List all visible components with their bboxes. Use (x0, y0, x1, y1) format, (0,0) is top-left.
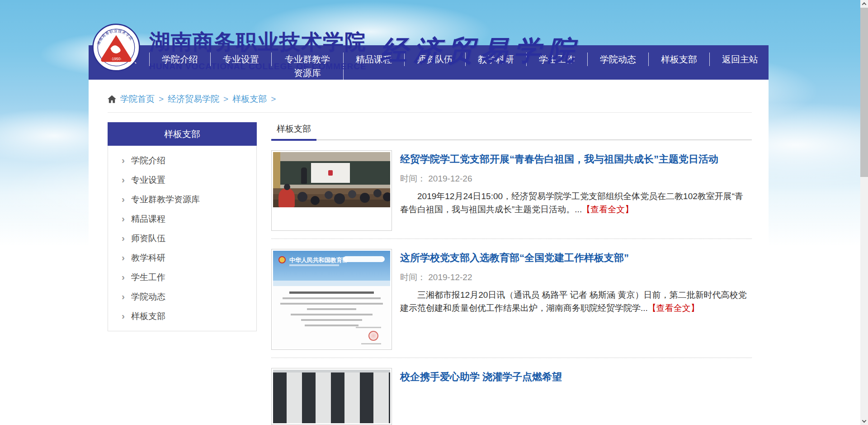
read-more-link[interactable]: 【查看全文】 (582, 205, 633, 214)
article-time: 时间： 2019-12-22 (400, 272, 752, 283)
article-list-panel: 样板支部 (271, 122, 752, 425)
chevron-right-icon: › (122, 272, 125, 282)
national-emblem-icon (278, 256, 286, 263)
sidebar-item-faculty[interactable]: ›师资队伍 (108, 228, 256, 248)
search-box-graphic (343, 256, 385, 262)
nav-item-main-site[interactable]: 返回主站 (710, 53, 770, 66)
chevron-right-icon: › (122, 155, 125, 165)
breadcrumb-model-branch-link[interactable]: 样板支部 (232, 93, 267, 105)
college-name-en: HUNAN VOCATIONAL COLLEGE OF COMMERCE (149, 62, 367, 72)
site-title: 经济贸易学院 (380, 33, 581, 69)
home-icon (108, 95, 116, 103)
chevron-right-icon: › (122, 174, 125, 185)
chevron-down-icon (862, 418, 867, 423)
sidebar-menu: ›学院介绍 ›专业设置 ›专业群教学资源库 ›精品课程 ›师资队伍 ›教学科研 … (108, 146, 257, 331)
photo-detail (291, 314, 373, 315)
photo-detail (278, 188, 295, 207)
nav-item-model-branch[interactable]: 样板支部 (649, 53, 710, 66)
chevron-up-icon (862, 2, 867, 7)
page-body: 学院首页 > 经济贸易学院 > 样板支部 > 样板支部 ›学院介绍 ›专业设置 … (89, 80, 769, 425)
photo-detail (283, 297, 381, 299)
scrollbar[interactable] (860, 0, 868, 425)
chevron-right-icon: › (122, 310, 125, 321)
chevron-right-icon: › (122, 252, 125, 263)
photo-detail (356, 327, 381, 328)
article-row: 经贸学院学工党支部开展“青春告白祖国，我与祖国共成长”主题党日活动 时间： 20… (271, 150, 752, 231)
content-columns: 样板支部 ›学院介绍 ›专业设置 ›专业群教学资源库 ›精品课程 ›师资队伍 ›… (108, 122, 752, 425)
scrollbar-thumb[interactable] (860, 8, 868, 177)
chevron-right-icon: › (122, 213, 125, 224)
article-thumbnail[interactable] (271, 368, 392, 425)
sidebar: 样板支部 ›学院介绍 ›专业设置 ›专业群教学资源库 ›精品课程 ›师资队伍 ›… (108, 122, 257, 331)
article-title-link[interactable]: 经贸学院学工党支部开展“青春告白祖国，我与祖国共成长”主题党日活动 (400, 153, 718, 166)
tab-model-branch[interactable]: 样板支部 (271, 122, 316, 141)
article-separator (271, 239, 752, 239)
logo-year: ·1950· (111, 57, 122, 61)
article-thumbnail[interactable] (271, 150, 392, 231)
photo-detail (273, 286, 390, 348)
scrollbar-down-button[interactable] (860, 417, 868, 425)
page-wrapper: 湖南商务职业技术学院 ·1950· 湖南商务职业技术学院 HUNAN VOCAT… (89, 0, 769, 425)
ministry-website-screenshot: 中华人民共和国教育部 (273, 251, 390, 348)
photo-detail (289, 264, 339, 266)
photo-detail (301, 319, 362, 321)
article-time: 时间： 2019-12-26 (400, 173, 752, 185)
red-seal-graphic (368, 331, 378, 341)
photo-detail (328, 170, 333, 176)
chevron-right-icon: › (122, 194, 125, 204)
photo-detail (284, 184, 290, 190)
breadcrumb-separator: > (271, 94, 276, 104)
classroom-photo (273, 152, 390, 207)
breadcrumb-college-link[interactable]: 经济贸易学院 (168, 93, 219, 105)
article-body: 这所学校党支部入选教育部“全国党建工作样板支部” 时间： 2019-12-22 … (400, 249, 752, 350)
chevron-right-icon: › (122, 233, 125, 243)
header-banner: 湖南商务职业技术学院 ·1950· 湖南商务职业技术学院 HUNAN VOCAT… (89, 0, 769, 45)
photo-detail (361, 343, 381, 344)
article-title-link[interactable]: 这所学校党支部入选教育部“全国党建工作样板支部” (400, 252, 629, 265)
building-photo (273, 370, 390, 423)
college-logo[interactable]: 湖南商务职业技术学院 ·1950· (92, 23, 140, 72)
moe-site-name: 中华人民共和国教育部 (289, 256, 348, 264)
sidebar-item-teaching-research[interactable]: ›教学科研 (108, 248, 256, 267)
article-row: 校企携手爱心助学 浇灌学子点燃希望 (271, 368, 752, 425)
sidebar-item-college-intro[interactable]: ›学院介绍 (108, 150, 256, 170)
article-body: 经贸学院学工党支部开展“青春告白祖国，我与祖国共成长”主题党日活动 时间： 20… (400, 150, 752, 231)
sidebar-item-quality-courses[interactable]: ›精品课程 (108, 209, 256, 228)
breadcrumb-separator: > (159, 94, 164, 104)
photo-detail (307, 308, 356, 310)
sidebar-item-student-work[interactable]: ›学生工作 (108, 267, 256, 287)
photo-detail: 中华人民共和国教育部 (273, 251, 390, 281)
photo-detail (273, 281, 390, 286)
sidebar-item-college-news[interactable]: ›学院动态 (108, 287, 256, 306)
nav-item-college-news[interactable]: 学院动态 (588, 53, 649, 66)
article-summary: 2019年12月24日15:00，经济贸易学院学工党支部组织全体党员在二教102… (400, 190, 752, 216)
breadcrumb: 学院首页 > 经济贸易学院 > 样板支部 > (108, 91, 752, 113)
article-separator (271, 358, 752, 358)
article-summary: 三湘都市报12月20日讯（通讯员 杨路平 记者 杨斯涵 黄京）日前，第二批新时代… (400, 288, 752, 315)
college-name-block: 湖南商务职业技术学院 HUNAN VOCATIONAL COLLEGE OF C… (149, 28, 367, 72)
photo-detail (289, 291, 373, 294)
chevron-right-icon: › (122, 291, 125, 301)
article-row: 中华人民共和国教育部 (271, 249, 752, 350)
sidebar-item-model-branch[interactable]: ›样板支部 (108, 306, 256, 325)
breadcrumb-home-link[interactable]: 学院首页 (120, 93, 155, 105)
photo-detail (305, 325, 359, 326)
tab-row: 样板支部 (271, 122, 752, 140)
photo-detail (280, 303, 383, 305)
article-thumbnail[interactable]: 中华人民共和国教育部 (271, 249, 392, 350)
photo-detail (301, 167, 307, 184)
scrollbar-up-button[interactable] (860, 0, 868, 8)
read-more-link[interactable]: 【查看全文】 (648, 303, 699, 313)
breadcrumb-separator: > (223, 94, 228, 104)
article-body: 校企携手爱心助学 浇灌学子点燃希望 (400, 368, 752, 425)
sidebar-title: 样板支部 (108, 122, 257, 146)
college-name-cn: 湖南商务职业技术学院 (149, 28, 367, 56)
sidebar-item-majors[interactable]: ›专业设置 (108, 170, 256, 189)
sidebar-item-teaching-resources[interactable]: ›专业群教学资源库 (108, 189, 256, 209)
article-title-link[interactable]: 校企携手爱心助学 浇灌学子点燃希望 (400, 371, 562, 384)
